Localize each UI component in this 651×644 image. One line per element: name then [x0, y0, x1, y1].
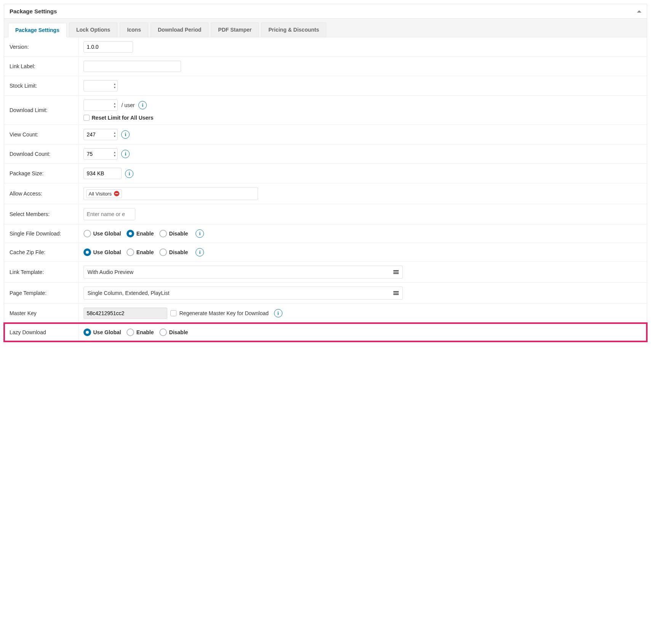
link-label-label: Link Label:	[4, 57, 79, 76]
master-key-input	[83, 308, 167, 319]
link-template-label: Link Template:	[4, 262, 79, 283]
tab-label: Pricing & Discounts	[268, 27, 319, 33]
collapse-icon[interactable]	[637, 10, 641, 13]
info-icon[interactable]: i	[196, 248, 204, 256]
cache-zip-radio-enable[interactable]: Enable	[127, 248, 154, 256]
info-icon[interactable]: i	[121, 130, 130, 139]
radio-icon	[83, 230, 91, 237]
radio-label: Disable	[169, 249, 188, 255]
lazy-download-radio-group: Use Global Enable Disable	[83, 328, 643, 336]
download-limit-suffix: / user	[121, 102, 135, 108]
stock-limit-label: Stock Limit:	[4, 76, 79, 96]
single-file-radio-global[interactable]: Use Global	[83, 230, 121, 237]
reset-limit-label: Reset Limit for All Users	[92, 115, 154, 121]
radio-icon	[159, 230, 167, 237]
select-members-label: Select Members:	[4, 204, 79, 224]
tab-download-period[interactable]: Download Period	[151, 22, 208, 37]
tab-package-settings[interactable]: Package Settings	[8, 23, 67, 37]
package-settings-panel: Package Settings Package Settings Lock O…	[4, 4, 647, 342]
settings-form: Version: Link Label: Stock Limit: ▲▼ D	[4, 37, 647, 341]
stock-limit-input[interactable]	[83, 80, 118, 91]
lazy-download-label: Lazy Download	[4, 323, 79, 342]
download-limit-input[interactable]	[83, 99, 118, 111]
package-size-input[interactable]	[83, 168, 122, 179]
tab-pricing-discounts[interactable]: Pricing & Discounts	[261, 22, 326, 37]
select-members-input[interactable]	[83, 208, 135, 220]
cache-zip-radio-disable[interactable]: Disable	[159, 248, 188, 256]
tab-pdf-stamper[interactable]: PDF Stamper	[211, 22, 259, 37]
page-template-select[interactable]: Single Column, Extended, PlayList	[83, 287, 403, 300]
single-file-radio-enable[interactable]: Enable	[127, 230, 154, 237]
stepper-icon[interactable]: ▲▼	[114, 151, 116, 157]
reset-limit-checkbox[interactable]	[83, 115, 90, 121]
version-label: Version:	[4, 37, 79, 57]
panel-title: Package Settings	[10, 8, 57, 14]
tab-label: Icons	[127, 27, 141, 33]
stepper-icon[interactable]: ▲▼	[114, 83, 116, 89]
radio-label: Disable	[169, 329, 188, 335]
radio-icon	[127, 248, 134, 256]
stepper-icon[interactable]: ▲▼	[114, 102, 116, 108]
link-label-input[interactable]	[83, 61, 181, 72]
tab-label: Package Settings	[15, 27, 59, 33]
menu-icon	[393, 270, 399, 274]
radio-icon	[83, 328, 91, 336]
tab-label: Lock Options	[76, 27, 110, 33]
radio-icon	[127, 230, 134, 237]
chip-label: All Visitors	[89, 191, 112, 197]
remove-chip-icon[interactable]	[114, 191, 119, 196]
info-icon[interactable]: i	[125, 170, 133, 178]
lazy-download-radio-enable[interactable]: Enable	[127, 328, 154, 336]
tab-label: Download Period	[158, 27, 201, 33]
lazy-download-radio-global[interactable]: Use Global	[83, 328, 121, 336]
radio-icon	[159, 328, 167, 336]
tab-icons[interactable]: Icons	[120, 22, 148, 37]
radio-label: Use Global	[93, 231, 121, 237]
download-limit-label: Download Limit:	[4, 96, 79, 125]
version-input[interactable]	[83, 41, 133, 53]
allow-access-field[interactable]: All Visitors	[83, 187, 258, 200]
cache-zip-label: Cache Zip File:	[4, 243, 79, 262]
radio-label: Enable	[136, 249, 154, 255]
download-count-label: Download Count:	[4, 144, 79, 164]
single-file-radio-disable[interactable]: Disable	[159, 230, 188, 237]
lazy-download-radio-disable[interactable]: Disable	[159, 328, 188, 336]
cache-zip-radio-group: Use Global Enable Disable i	[83, 248, 643, 256]
download-count-input[interactable]	[83, 148, 118, 160]
single-file-label: Single File Download:	[4, 224, 79, 243]
regenerate-label: Regenerate Master Key for Download	[180, 310, 269, 316]
page-template-label: Page Template:	[4, 283, 79, 304]
master-key-label: Master Key	[4, 304, 79, 323]
allow-access-label: Allow Access:	[4, 183, 79, 204]
radio-icon	[159, 248, 167, 256]
stepper-icon[interactable]: ▲▼	[114, 131, 116, 138]
view-count-input[interactable]	[83, 129, 118, 140]
select-value: Single Column, Extended, PlayList	[88, 290, 170, 296]
single-file-radio-group: Use Global Enable Disable i	[83, 229, 643, 238]
tab-lock-options[interactable]: Lock Options	[69, 22, 117, 37]
info-icon[interactable]: i	[138, 101, 147, 109]
link-template-select[interactable]: With Audio Preview	[83, 266, 403, 279]
radio-label: Use Global	[93, 249, 121, 255]
info-icon[interactable]: i	[196, 229, 204, 238]
package-size-label: Package Size:	[4, 164, 79, 183]
access-chip: All Visitors	[86, 189, 122, 198]
radio-icon	[83, 248, 91, 256]
panel-header: Package Settings	[4, 4, 647, 18]
radio-icon	[127, 328, 134, 336]
cache-zip-radio-global[interactable]: Use Global	[83, 248, 121, 256]
tabs-bar: Package Settings Lock Options Icons Down…	[4, 18, 647, 37]
tab-label: PDF Stamper	[218, 27, 252, 33]
info-icon[interactable]: i	[121, 150, 130, 158]
radio-label: Disable	[169, 231, 188, 237]
view-count-label: View Count:	[4, 125, 79, 144]
menu-icon	[393, 291, 399, 295]
info-icon[interactable]: i	[274, 309, 282, 317]
select-value: With Audio Preview	[88, 269, 134, 275]
radio-label: Enable	[136, 329, 154, 335]
radio-label: Enable	[136, 231, 154, 237]
regenerate-checkbox[interactable]	[170, 310, 176, 316]
radio-label: Use Global	[93, 329, 121, 335]
